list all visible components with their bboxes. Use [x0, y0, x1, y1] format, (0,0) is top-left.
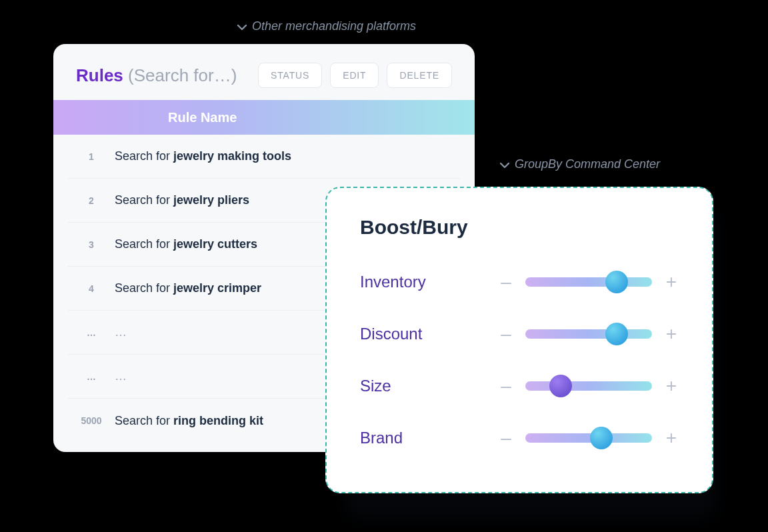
slider-thumb[interactable]: [590, 427, 613, 449]
row-term: ring bending kit: [173, 414, 263, 427]
row-prefix: Search for: [115, 149, 173, 163]
plus-button[interactable]: +: [664, 323, 679, 345]
row-prefix: Search for: [115, 237, 173, 251]
chevron-down-icon: [237, 24, 247, 31]
row-number: 4: [68, 283, 115, 294]
rules-column-header: Rule Name: [53, 100, 475, 135]
rules-header: Rules (Search for…) STATUS EDIT DELETE: [53, 44, 475, 100]
row-number: 5000: [68, 415, 115, 426]
slider-label: Discount: [360, 325, 460, 343]
caption-other-platforms: Other merchandising platforms: [237, 19, 416, 33]
edit-button[interactable]: EDIT: [330, 63, 379, 88]
row-prefix: Search for: [115, 281, 173, 295]
delete-button[interactable]: DELETE: [387, 63, 452, 88]
slider-track[interactable]: [525, 381, 652, 391]
row-text: Search for jewelry pliers: [115, 193, 249, 207]
minus-button[interactable]: –: [499, 323, 513, 345]
row-number: …: [68, 371, 115, 382]
caption-groupby-text: GroupBy Command Center: [515, 157, 660, 171]
row-term: jewelry making tools: [173, 149, 291, 163]
row-text: Search for jewelry cutters: [115, 237, 257, 251]
slider-row-brand: Brand–+: [360, 412, 679, 464]
slider-label: Brand: [360, 429, 460, 447]
row-text: Search for jewelry making tools: [115, 149, 291, 163]
row-text: Search for jewelry crimper: [115, 281, 261, 295]
row-number: 1: [68, 151, 115, 162]
row-ellipsis: …: [115, 325, 127, 339]
rules-title-strong: Rules: [76, 65, 123, 85]
slider-label: Inventory: [360, 273, 460, 291]
caption-groupby: GroupBy Command Center: [500, 157, 660, 171]
row-text: Search for ring bending kit: [115, 414, 263, 428]
slider-track[interactable]: [525, 329, 652, 339]
column-rule-name: Rule Name: [168, 110, 237, 125]
boost-bury-card: Boost/Bury Inventory–+Discount–+Size–+Br…: [325, 187, 713, 493]
table-row[interactable]: 1Search for jewelry making tools: [68, 135, 460, 179]
row-term: jewelry crimper: [173, 281, 261, 295]
slider-track[interactable]: [525, 433, 652, 443]
boost-bury-title: Boost/Bury: [360, 216, 679, 239]
slider-row-discount: Discount–+: [360, 308, 679, 360]
row-number: 2: [68, 195, 115, 206]
slider-controls: –+: [499, 427, 679, 449]
plus-button[interactable]: +: [664, 271, 679, 293]
slider-thumb[interactable]: [605, 271, 628, 293]
minus-button[interactable]: –: [499, 427, 513, 449]
slider-thumb[interactable]: [549, 375, 572, 397]
row-term: jewelry pliers: [173, 193, 249, 207]
slider-controls: –+: [499, 271, 679, 293]
slider-track[interactable]: [525, 277, 652, 287]
slider-list: Inventory–+Discount–+Size–+Brand–+: [360, 256, 679, 464]
slider-row-size: Size–+: [360, 360, 679, 412]
row-text: …: [115, 369, 127, 383]
slider-controls: –+: [499, 375, 679, 397]
row-term: jewelry cutters: [173, 237, 257, 251]
slider-controls: –+: [499, 323, 679, 345]
row-prefix: Search for: [115, 414, 173, 427]
row-ellipsis: …: [115, 369, 127, 383]
minus-button[interactable]: –: [499, 375, 513, 397]
slider-row-inventory: Inventory–+: [360, 256, 679, 308]
row-prefix: Search for: [115, 193, 173, 207]
minus-button[interactable]: –: [499, 271, 513, 293]
chevron-down-icon: [500, 162, 509, 169]
slider-thumb[interactable]: [605, 323, 628, 345]
row-text: …: [115, 325, 127, 339]
caption-other-text: Other merchandising platforms: [252, 19, 416, 33]
row-number: …: [68, 327, 115, 338]
slider-label: Size: [360, 377, 460, 395]
plus-button[interactable]: +: [664, 427, 679, 449]
status-button[interactable]: STATUS: [258, 63, 322, 88]
rules-title: Rules (Search for…): [76, 65, 237, 86]
row-number: 3: [68, 239, 115, 250]
plus-button[interactable]: +: [664, 375, 679, 397]
rules-buttons: STATUS EDIT DELETE: [258, 63, 452, 88]
rules-title-paren: (Search for…): [128, 65, 237, 85]
